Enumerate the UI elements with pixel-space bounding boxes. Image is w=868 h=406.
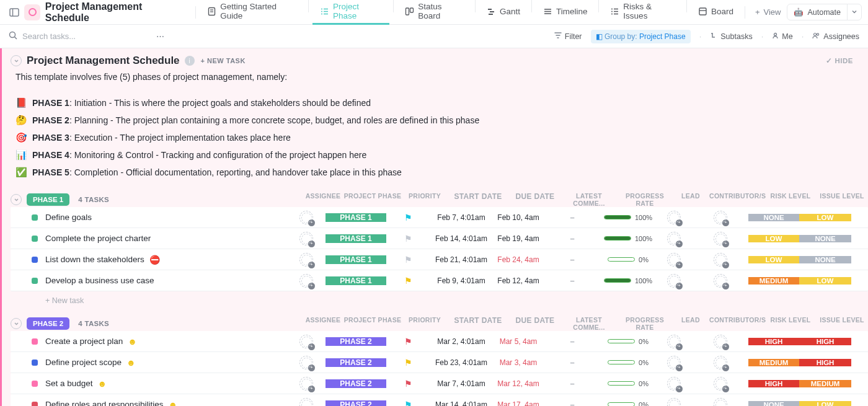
task-row[interactable]: Define roles and responsibilities ☻+PHAS…	[11, 394, 868, 406]
start-date-cell[interactable]: Feb 9, 4:01am	[430, 276, 493, 285]
priority-cell[interactable]: ⚑	[386, 255, 430, 265]
start-date-cell[interactable]: Mar 2, 4:01am	[430, 337, 493, 346]
due-date-cell[interactable]: Feb 24, 4am	[493, 255, 544, 264]
info-icon[interactable]: i	[185, 56, 195, 66]
risk-cell[interactable]: MEDIUM	[748, 277, 799, 285]
group-badge[interactable]: PHASE 1	[27, 193, 69, 206]
search-field[interactable]	[9, 31, 145, 42]
task-row[interactable]: Create a project plan ☻+PHASE 2⚑Mar 2, 4…	[11, 331, 868, 352]
avatar-placeholder[interactable]: +	[714, 335, 727, 348]
start-date-cell[interactable]: Feb 23, 4:01am	[430, 358, 493, 367]
avatar-placeholder[interactable]: +	[667, 335, 681, 348]
due-date-cell[interactable]: Mar 3, 4am	[493, 358, 544, 367]
issue-cell[interactable]: HIGH	[799, 359, 851, 366]
column-header[interactable]: ISSUE LEVEL	[816, 192, 868, 207]
start-date-cell[interactable]: Feb 14, 4:01am	[430, 234, 493, 243]
risk-cell[interactable]: LOW	[748, 256, 799, 263]
risk-cell[interactable]: MEDIUM	[748, 359, 799, 366]
contributors-cell[interactable]: +	[693, 232, 748, 245]
issue-cell[interactable]: NONE	[799, 235, 851, 242]
column-header[interactable]: PROGRESS RATE	[618, 316, 672, 331]
status-square[interactable]	[32, 402, 38, 407]
start-date-cell[interactable]: Mar 14, 4:01am	[430, 400, 493, 407]
task-name[interactable]: Complete the project charter	[45, 234, 287, 243]
assignee-cell[interactable]: +	[287, 398, 326, 407]
assignee-cell[interactable]: +	[287, 274, 326, 288]
due-date-cell[interactable]: Feb 19, 4am	[493, 234, 544, 243]
risk-cell[interactable]: HIGH	[748, 380, 799, 387]
new-task-button[interactable]: + NEW TASK	[201, 57, 246, 64]
comment-cell[interactable]: –	[544, 213, 601, 222]
comment-cell[interactable]: –	[544, 255, 601, 264]
task-name[interactable]: Develop a business use case	[45, 276, 287, 285]
progress-cell[interactable]: 0%	[601, 359, 655, 366]
lead-cell[interactable]: +	[655, 335, 693, 348]
comment-cell[interactable]: –	[544, 358, 601, 367]
column-header[interactable]: PROJECT PHASE	[342, 192, 403, 207]
column-header[interactable]: CONTRIBUTOR/S	[709, 192, 765, 207]
contributors-cell[interactable]: +	[693, 274, 748, 288]
avatar-placeholder[interactable]: +	[667, 356, 681, 369]
avatar-placeholder[interactable]: +	[667, 211, 681, 224]
avatar-placeholder[interactable]: +	[299, 335, 313, 348]
avatar-placeholder[interactable]: +	[667, 398, 681, 407]
comment-cell[interactable]: –	[544, 379, 601, 388]
lead-cell[interactable]: +	[655, 232, 693, 245]
progress-cell[interactable]: 100%	[601, 235, 655, 242]
column-header[interactable]: DUE DATE	[510, 192, 560, 207]
automate-button[interactable]: 🤖 Automate	[787, 4, 847, 20]
automate-caret[interactable]	[847, 4, 861, 20]
add-view-button[interactable]: + View	[749, 5, 787, 19]
start-date-cell[interactable]: Mar 7, 4:01am	[430, 379, 493, 388]
tab-getting-started-guide[interactable]: Getting Started Guide	[200, 0, 304, 25]
avatar-placeholder[interactable]: +	[667, 232, 681, 245]
status-square[interactable]	[32, 278, 38, 284]
sidebar-toggle-icon[interactable]	[6, 4, 22, 20]
progress-cell[interactable]: 100%	[601, 277, 655, 285]
priority-cell[interactable]: ⚑	[386, 234, 430, 244]
column-header[interactable]: DUE DATE	[510, 316, 560, 331]
contributors-cell[interactable]: +	[693, 253, 748, 267]
task-name[interactable]: Define roles and responsibilities ☻	[45, 400, 287, 407]
task-name[interactable]: List down the stakeholders ⛔	[45, 255, 287, 265]
filter-button[interactable]: Filter	[554, 32, 582, 41]
tab-gantt[interactable]: Gantt	[479, 0, 528, 25]
start-date-cell[interactable]: Feb 21, 4:01am	[430, 255, 493, 264]
collapse-group-button[interactable]	[11, 318, 22, 329]
due-date-cell[interactable]: Feb 10, 4am	[493, 213, 544, 222]
phase-cell[interactable]: PHASE 1	[326, 234, 386, 243]
task-row[interactable]: Develop a business use case+PHASE 1⚑Feb …	[11, 270, 868, 291]
status-square[interactable]	[32, 236, 38, 242]
phase-cell[interactable]: PHASE 1	[326, 255, 386, 264]
avatar-placeholder[interactable]: +	[714, 232, 727, 245]
groupby-pill[interactable]: ◧ Group by: Project Phase	[591, 30, 691, 43]
column-header[interactable]: START DATE	[446, 192, 510, 207]
status-square[interactable]	[32, 257, 38, 263]
risk-cell[interactable]: LOW	[748, 235, 799, 242]
assignee-cell[interactable]: +	[287, 253, 326, 267]
avatar-placeholder[interactable]: +	[714, 356, 727, 369]
list-icon[interactable]	[24, 4, 40, 20]
tab-project-phase[interactable]: Project Phase	[312, 0, 389, 25]
avatar-placeholder[interactable]: +	[667, 253, 681, 267]
status-square[interactable]	[32, 360, 38, 366]
task-name[interactable]: Set a budget ☻	[45, 379, 287, 389]
task-row[interactable]: Complete the project charter+PHASE 1⚑Feb…	[11, 228, 868, 249]
task-name[interactable]: Define goals	[45, 213, 287, 222]
priority-cell[interactable]: ⚑	[386, 337, 430, 346]
assignee-cell[interactable]: +	[287, 335, 326, 348]
contributors-cell[interactable]: +	[693, 398, 748, 407]
phase-cell[interactable]: PHASE 2	[326, 379, 386, 388]
comment-cell[interactable]: –	[544, 276, 601, 285]
comment-cell[interactable]: –	[544, 234, 601, 243]
status-square[interactable]	[32, 338, 38, 345]
issue-cell[interactable]: LOW	[799, 214, 851, 221]
column-header[interactable]: LEAD	[672, 316, 709, 331]
progress-cell[interactable]: 0%	[601, 256, 655, 263]
phase-cell[interactable]: PHASE 2	[326, 337, 386, 346]
phase-cell[interactable]: PHASE 2	[326, 400, 386, 407]
comment-cell[interactable]: –	[544, 337, 601, 346]
lead-cell[interactable]: +	[655, 253, 693, 267]
avatar-placeholder[interactable]: +	[714, 377, 727, 391]
collapse-all-button[interactable]	[11, 55, 22, 66]
